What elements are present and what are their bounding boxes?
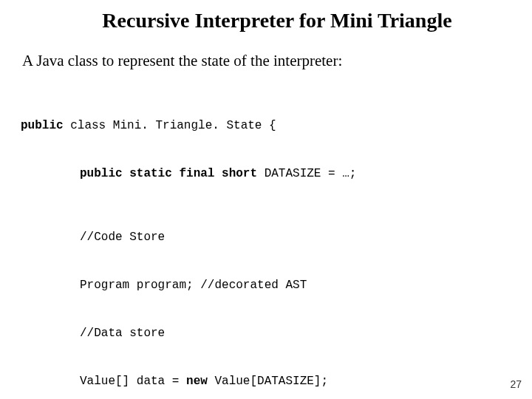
code-line-4: Program program; //decorated AST — [21, 278, 511, 294]
keyword-modifiers: public static final short — [80, 167, 257, 180]
code-block: public class Mini. Triangle. State { pub… — [21, 86, 511, 399]
code-text: Value[DATASIZE]; — [208, 375, 328, 388]
code-line-2: public static final short DATASIZE = …; — [21, 166, 511, 183]
code-text: DATASIZE = …; — [257, 167, 356, 180]
code-text: class Mini. Triangle. State { — [64, 119, 276, 132]
code-line-5: //Data store — [21, 326, 511, 342]
code-line-1: public class Mini. Triangle. State { — [21, 118, 511, 134]
slide-title: Recursive Interpreter for Mini Triangle — [21, 9, 511, 33]
code-line-3: //Code Store — [21, 230, 511, 246]
keyword-public: public — [21, 119, 64, 132]
code-line-6: Value[] data = new Value[DATASIZE]; — [21, 374, 511, 390]
slide-container: Recursive Interpreter for Mini Triangle … — [0, 0, 532, 399]
keyword-new: new — [186, 375, 208, 388]
code-text: Value[] data = — [80, 375, 186, 388]
slide-subtitle: A Java class to represent the state of t… — [21, 52, 511, 70]
page-number: 27 — [510, 378, 522, 390]
